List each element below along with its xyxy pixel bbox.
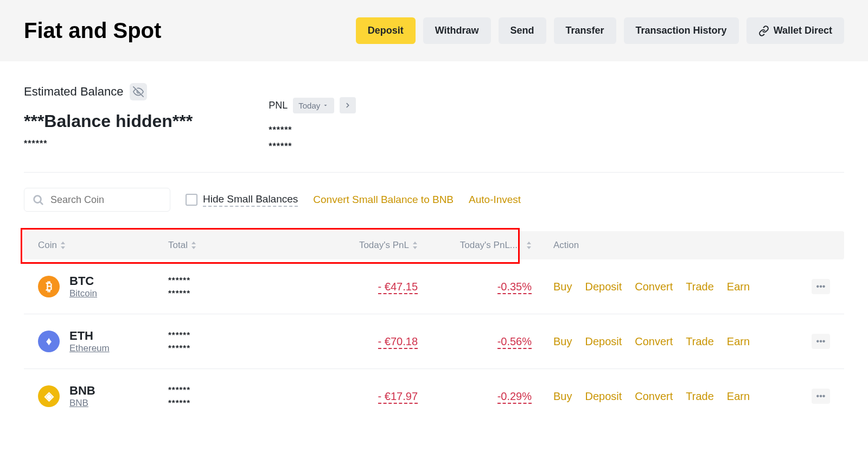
more-icon: ••• — [816, 282, 826, 291]
earn-link[interactable]: Earn — [727, 335, 750, 348]
more-icon: ••• — [816, 337, 826, 346]
more-button[interactable]: ••• — [812, 279, 830, 294]
total-masked-2: ****** — [168, 396, 293, 409]
coin-name[interactable]: BNB — [69, 398, 95, 409]
pnl-pct-cell: -0.29% — [418, 390, 532, 403]
table-header: Coin Total Today's PnL Today's PnL... Ac… — [24, 231, 844, 259]
withdraw-button[interactable]: Withdraw — [423, 17, 491, 44]
search-wrap[interactable] — [24, 188, 170, 212]
coin-cell[interactable]: ♦ ETH Ethereum — [38, 329, 168, 354]
total-masked-1: ****** — [168, 383, 293, 396]
estimated-balance-label: Estimated Balance — [24, 85, 123, 99]
trade-link[interactable]: Trade — [686, 390, 714, 403]
deposit-link[interactable]: Deposit — [585, 390, 622, 403]
content: Estimated Balance ***Balance hidden*** *… — [0, 61, 868, 423]
coin-icon-eth: ♦ — [38, 331, 60, 352]
auto-invest-link[interactable]: Auto-Invest — [469, 194, 521, 206]
buy-link[interactable]: Buy — [553, 335, 572, 348]
page-title: Fiat and Spot — [24, 18, 161, 43]
column-coin[interactable]: Coin — [38, 240, 168, 251]
earn-link[interactable]: Earn — [727, 390, 750, 403]
total-cell: ****** ****** — [168, 383, 293, 409]
transfer-button[interactable]: Transfer — [554, 17, 616, 44]
column-pnl[interactable]: Today's PnL — [293, 240, 418, 251]
balance-masked-sub: ****** — [24, 139, 193, 149]
total-cell: ****** ****** — [168, 274, 293, 300]
column-total-label: Total — [168, 240, 188, 251]
filter-row: Hide Small Balances Convert Small Balanc… — [24, 188, 844, 212]
total-masked-2: ****** — [168, 341, 293, 354]
deposit-button[interactable]: Deposit — [356, 17, 416, 44]
total-cell: ****** ****** — [168, 328, 293, 354]
buy-link[interactable]: Buy — [553, 281, 572, 293]
column-pnl-pct-label: Today's PnL... — [460, 240, 518, 251]
more-button[interactable]: ••• — [812, 334, 830, 349]
sort-icon — [60, 242, 66, 249]
toggle-visibility-button[interactable] — [130, 83, 147, 100]
sort-icon — [191, 242, 196, 249]
balance-hidden-text: ***Balance hidden*** — [24, 111, 193, 131]
table-header-wrap: Coin Total Today's PnL Today's PnL... Ac… — [24, 231, 844, 259]
eye-off-icon — [133, 86, 144, 97]
column-total[interactable]: Total — [168, 240, 293, 251]
transaction-history-button[interactable]: Transaction History — [624, 17, 739, 44]
column-action-label: Action — [553, 240, 579, 250]
pnl-pct-cell: -0.35% — [418, 281, 532, 293]
table-row: ◈ BNB BNB ****** ****** - €17.97 -0.29% … — [24, 369, 844, 423]
pnl-masked-1: ****** — [269, 125, 356, 135]
trade-link[interactable]: Trade — [686, 335, 714, 348]
header-actions: Deposit Withdraw Send Transfer Transacti… — [356, 17, 844, 44]
pnl-cell: - €17.97 — [293, 390, 418, 403]
deposit-link[interactable]: Deposit — [585, 335, 622, 348]
coin-name[interactable]: Bitcoin — [69, 288, 97, 299]
pnl-pct-cell: -0.56% — [418, 335, 532, 348]
coin-symbol: BNB — [69, 384, 95, 398]
table-body: ₿ BTC Bitcoin ****** ****** - €47.15 -0.… — [24, 259, 844, 423]
send-button[interactable]: Send — [499, 17, 546, 44]
pnl-period-value: Today — [298, 101, 320, 110]
topbar: Fiat and Spot Deposit Withdraw Send Tran… — [0, 0, 868, 61]
divider — [24, 172, 844, 173]
svg-line-1 — [40, 202, 42, 204]
table-row: ₿ BTC Bitcoin ****** ****** - €47.15 -0.… — [24, 259, 844, 314]
coin-symbol: BTC — [69, 274, 97, 288]
deposit-link[interactable]: Deposit — [585, 281, 622, 293]
sort-icon — [412, 242, 418, 249]
table-row: ♦ ETH Ethereum ****** ****** - €70.18 -0… — [24, 314, 844, 369]
search-input[interactable] — [50, 194, 176, 206]
pnl-period-dropdown[interactable]: Today — [293, 98, 334, 113]
hide-small-balances-label: Hide Small Balances — [203, 193, 298, 207]
chevron-right-icon — [344, 101, 352, 109]
link-icon — [758, 26, 769, 36]
action-cell: Buy Deposit Convert Trade Earn ••• — [532, 389, 830, 404]
column-action: Action — [532, 240, 830, 251]
column-coin-label: Coin — [38, 240, 57, 251]
coin-name[interactable]: Ethereum — [69, 343, 110, 354]
chevron-down-icon — [322, 102, 329, 109]
pnl-cell: - €47.15 — [293, 281, 418, 293]
pnl-next-button[interactable] — [340, 97, 356, 113]
action-cell: Buy Deposit Convert Trade Earn ••• — [532, 279, 830, 294]
earn-link[interactable]: Earn — [727, 281, 750, 293]
wallet-direct-button[interactable]: Wallet Direct — [746, 17, 844, 44]
column-pnl-pct[interactable]: Today's PnL... — [418, 240, 532, 251]
balance-block: Estimated Balance ***Balance hidden*** *… — [24, 83, 193, 151]
pnl-masked-2: ****** — [269, 142, 356, 151]
total-masked-1: ****** — [168, 328, 293, 341]
trade-link[interactable]: Trade — [686, 281, 714, 293]
coin-cell[interactable]: ◈ BNB BNB — [38, 384, 168, 409]
pnl-cell: - €70.18 — [293, 335, 418, 348]
more-button[interactable]: ••• — [812, 389, 830, 404]
coin-cell[interactable]: ₿ BTC Bitcoin — [38, 274, 168, 299]
convert-small-balance-link[interactable]: Convert Small Balance to BNB — [313, 194, 454, 206]
wallet-direct-label: Wallet Direct — [774, 25, 832, 36]
hide-small-balances-checkbox[interactable]: Hide Small Balances — [186, 193, 298, 207]
buy-link[interactable]: Buy — [553, 390, 572, 403]
convert-link[interactable]: Convert — [635, 390, 673, 403]
column-pnl-label: Today's PnL — [359, 240, 409, 251]
convert-link[interactable]: Convert — [635, 335, 673, 348]
coin-symbol: ETH — [69, 329, 110, 343]
total-masked-1: ****** — [168, 274, 293, 287]
convert-link[interactable]: Convert — [635, 281, 673, 293]
balance-row: Estimated Balance ***Balance hidden*** *… — [24, 83, 844, 151]
